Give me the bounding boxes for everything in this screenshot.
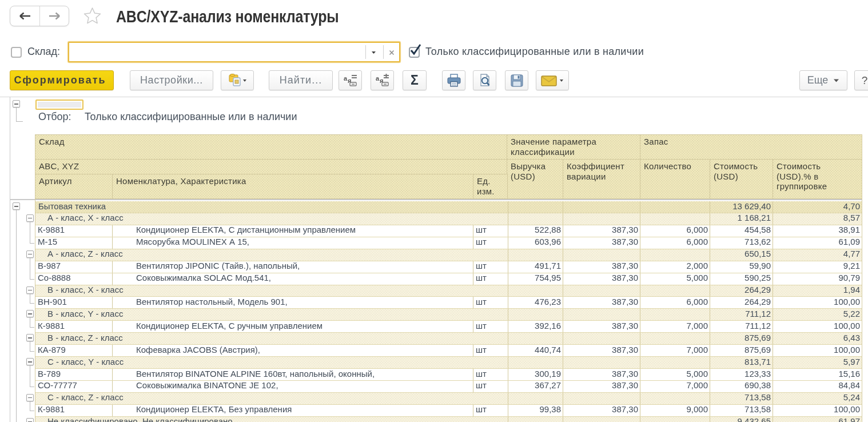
svg-text:я: я	[380, 77, 383, 84]
svg-text:я: я	[348, 77, 351, 84]
svg-text:a: a	[376, 75, 380, 82]
svg-text:a: a	[344, 75, 348, 82]
